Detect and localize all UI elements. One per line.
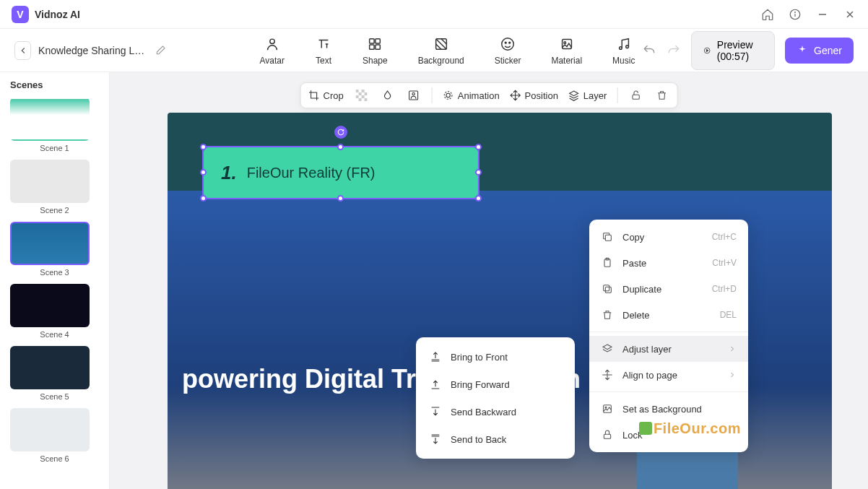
- cutout-icon[interactable]: [406, 87, 422, 103]
- delete-icon[interactable]: [654, 87, 669, 103]
- submenu-label: Bring to Front: [451, 352, 508, 363]
- align-icon: [601, 368, 614, 381]
- tool-music[interactable]: Music: [612, 35, 635, 66]
- titlebar-left: V Vidnoz AI: [12, 6, 80, 23]
- duplicate-icon: [601, 282, 614, 295]
- background-icon: [433, 35, 450, 53]
- text-icon: [315, 35, 332, 53]
- scene-item-4[interactable]: Scene 4: [10, 284, 99, 339]
- send-backward-icon: [429, 405, 442, 418]
- scene-label: Scene 5: [10, 392, 99, 401]
- unlock-icon[interactable]: [628, 87, 643, 103]
- separator: [589, 391, 748, 392]
- cm-label: Delete: [622, 310, 650, 321]
- info-icon[interactable]: [789, 8, 802, 21]
- svg-rect-37: [605, 235, 611, 241]
- svg-marker-20: [707, 49, 709, 51]
- crop-icon: [308, 90, 320, 101]
- preview-button[interactable]: Preview (00:57): [691, 31, 775, 70]
- cm-label: Set as Background: [622, 404, 702, 415]
- bring-forward-icon: [429, 378, 442, 391]
- undo-icon[interactable]: [642, 43, 656, 58]
- paste-item[interactable]: PasteCtrl+V: [589, 250, 748, 276]
- delete-item[interactable]: DeleteDEL: [589, 302, 748, 328]
- svg-point-12: [502, 38, 514, 50]
- edit-title-icon[interactable]: [155, 45, 166, 56]
- adjust-layer-item[interactable]: Adjust layer: [589, 336, 748, 362]
- transparency-icon[interactable]: [354, 87, 370, 103]
- sticker-icon: [499, 35, 516, 53]
- app-name: Vidnoz AI: [35, 9, 80, 20]
- minimize-icon[interactable]: [816, 8, 829, 21]
- svg-rect-40: [605, 287, 611, 293]
- set-background-item[interactable]: Set as Background: [589, 396, 748, 422]
- tool-text[interactable]: Text: [315, 35, 332, 66]
- layers-icon: [601, 342, 614, 355]
- tool-background[interactable]: Background: [418, 35, 464, 66]
- scene-thumb: [10, 222, 90, 265]
- cm-shortcut: Ctrl+D: [712, 284, 737, 294]
- crop-button[interactable]: Crop: [308, 90, 344, 101]
- position-icon: [510, 90, 521, 101]
- tool-material[interactable]: Material: [551, 35, 582, 66]
- generate-label: Gener: [814, 45, 842, 56]
- svg-rect-10: [376, 44, 380, 48]
- tool-sticker[interactable]: Sticker: [495, 35, 521, 66]
- context-menu: CopyCtrl+C PasteCtrl+V DuplicateCtrl+D D…: [589, 220, 748, 452]
- send-backward-item[interactable]: Send Backward: [416, 398, 575, 425]
- shape-icon: [366, 35, 383, 53]
- svg-point-31: [446, 93, 450, 97]
- svg-point-32: [444, 92, 452, 100]
- svg-point-43: [605, 407, 607, 408]
- submenu-label: Bring Forward: [451, 379, 510, 390]
- svg-rect-7: [370, 38, 374, 43]
- close-icon[interactable]: [843, 8, 856, 21]
- tool-shape[interactable]: Shape: [363, 35, 388, 66]
- layer-button[interactable]: Layer: [568, 90, 607, 101]
- tool-avatar[interactable]: Avatar: [260, 35, 285, 66]
- animation-button[interactable]: Animation: [443, 90, 500, 101]
- separator: [589, 332, 748, 332]
- cm-shortcut: DEL: [720, 310, 737, 320]
- svg-point-14: [509, 42, 511, 43]
- layer-label: Layer: [583, 90, 607, 101]
- rotate-handle[interactable]: [334, 126, 347, 139]
- element-toolbar: Crop Animation Position Layer: [300, 82, 678, 108]
- animation-label: Animation: [458, 90, 500, 101]
- redo-icon[interactable]: [667, 43, 681, 58]
- svg-rect-8: [376, 38, 380, 43]
- send-to-back-item[interactable]: Send to Back: [416, 425, 575, 453]
- preview-label: Preview (00:57): [717, 39, 763, 62]
- svg-rect-27: [359, 98, 362, 101]
- watermark-text: FileOur.com: [654, 420, 741, 436]
- scene-item-6[interactable]: Scene 6: [10, 408, 99, 463]
- home-icon[interactable]: [761, 8, 774, 21]
- bring-forward-item[interactable]: Bring Forward: [416, 371, 575, 398]
- separator: [617, 87, 617, 103]
- scenes-sidebar: Scenes Scene 1 Scene 2 Scene 3 Scene 4 S…: [0, 72, 110, 489]
- layer-submenu: Bring to Front Bring Forward Send Backwa…: [416, 337, 575, 459]
- copy-icon: [601, 230, 614, 243]
- scene-item-2[interactable]: Scene 2: [10, 160, 99, 215]
- align-page-item[interactable]: Align to page: [589, 362, 748, 388]
- scene-item-3[interactable]: Scene 3: [10, 222, 99, 277]
- app-logo: V: [12, 6, 29, 23]
- scene-thumb: [10, 98, 90, 141]
- duplicate-item[interactable]: DuplicateCtrl+D: [589, 276, 748, 302]
- chevron-right-icon: [728, 371, 737, 379]
- submenu-label: Send Backward: [451, 407, 516, 417]
- selected-text-element[interactable]: 1. FileOur Reality (FR): [204, 147, 478, 198]
- material-icon: [558, 35, 576, 53]
- cm-label: Align to page: [622, 370, 677, 381]
- back-button[interactable]: [14, 41, 31, 60]
- position-button[interactable]: Position: [510, 90, 558, 101]
- droplet-icon[interactable]: [380, 87, 396, 103]
- scene-item-1[interactable]: Scene 1: [10, 98, 99, 152]
- scene-item-5[interactable]: Scene 5: [10, 346, 99, 401]
- bring-to-front-item[interactable]: Bring to Front: [416, 343, 575, 371]
- copy-item[interactable]: CopyCtrl+C: [589, 224, 748, 250]
- tool-label: Text: [316, 56, 331, 66]
- scene-thumb: [10, 408, 90, 451]
- svg-point-30: [412, 92, 415, 95]
- generate-button[interactable]: Gener: [785, 38, 854, 64]
